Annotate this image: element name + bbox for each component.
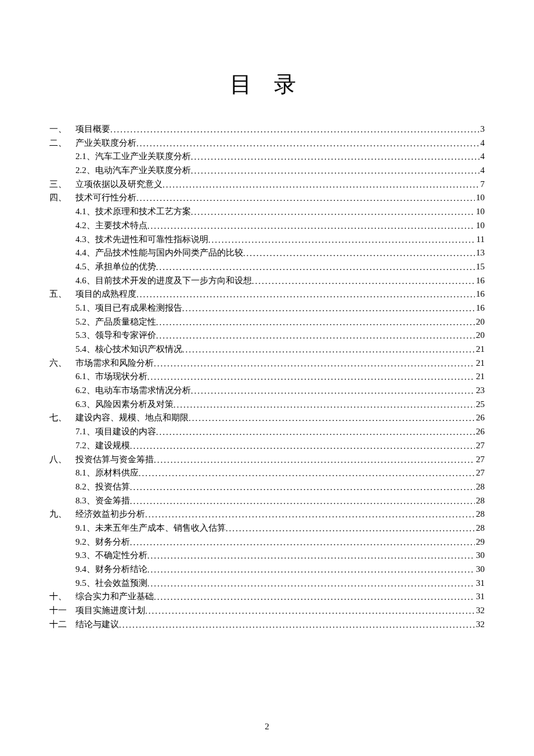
toc-page-number: 27 bbox=[475, 469, 485, 477]
toc-page-number: 20 bbox=[475, 331, 485, 340]
toc-entry-text: 市场需求和风险分析 bbox=[75, 359, 154, 368]
toc-entry-text: 4.3、技术先进性和可靠性指标说明 bbox=[75, 235, 208, 244]
toc-leader-dots bbox=[156, 318, 475, 327]
toc-entry: 七、建设内容、规模、地点和期限26 bbox=[49, 413, 485, 422]
toc-entry: 4.1、技术原理和技术工艺方案 10 bbox=[49, 207, 485, 216]
toc-page-number: 27 bbox=[475, 441, 485, 450]
toc-page-number: 21 bbox=[475, 345, 485, 354]
toc-leader-dots bbox=[154, 359, 475, 368]
toc-entry-text: 项目的成熟程度 bbox=[75, 290, 136, 298]
toc-leader-dots bbox=[147, 552, 475, 560]
toc-chapter-number: 十二 bbox=[49, 620, 75, 629]
toc-page-number: 16 bbox=[475, 304, 485, 312]
toc-page-number: 26 bbox=[475, 413, 485, 422]
toc-page-number: 30 bbox=[475, 551, 485, 560]
toc-entry: 8.3、资金筹措 28 bbox=[49, 496, 485, 505]
toc-leader-dots bbox=[119, 621, 475, 629]
toc-entry-text: 投资估算与资金筹措 bbox=[75, 455, 154, 464]
toc-leader-dots bbox=[243, 249, 475, 258]
toc-page-number: 25 bbox=[475, 400, 485, 409]
toc-entry: 9.5、社会效益预测 31 bbox=[49, 579, 485, 588]
toc-entry: 4.6、目前技术开发的进度及下一步方向和设想 16 bbox=[49, 276, 485, 285]
toc-chapter-number: 四、 bbox=[49, 193, 75, 202]
toc-chapter-number: 十一 bbox=[49, 606, 75, 615]
toc-entry-text: 2.1、汽车工业产业关联度分析 bbox=[75, 152, 191, 161]
toc-entry: 7.2、建设规模 27 bbox=[49, 441, 485, 450]
toc-entry-text: 4.4、产品技术性能与国内外同类产品的比较 bbox=[75, 249, 243, 257]
toc-page-number: 28 bbox=[475, 496, 485, 505]
toc-leader-dots bbox=[156, 332, 475, 340]
toc-entry-text: 9.4、财务分析结论 bbox=[75, 565, 147, 574]
toc-entry: 三、立项依据以及研究意义7 bbox=[49, 180, 485, 189]
toc-entry-text: 5.2、产品质量稳定性 bbox=[75, 318, 156, 326]
toc-entry: 9.2、财务分析 29 bbox=[49, 538, 485, 546]
toc-chapter-number: 六、 bbox=[49, 359, 75, 368]
toc-leader-dots bbox=[130, 538, 475, 547]
page-number: 2 bbox=[0, 722, 534, 732]
toc-entry: 八、投资估算与资金筹措27 bbox=[49, 455, 485, 464]
toc-chapter-number: 一、 bbox=[49, 125, 75, 134]
toc-entry: 6.1、市场现状分析 21 bbox=[49, 372, 485, 381]
toc-leader-dots bbox=[182, 345, 475, 354]
toc-entry: 2.1、汽车工业产业关联度分析4 bbox=[49, 152, 485, 161]
toc-chapter-number: 九、 bbox=[49, 510, 75, 519]
toc-entry-text: 9.1、未来五年生产成本、销售收入估算 bbox=[75, 524, 226, 532]
toc-page-number: 23 bbox=[475, 386, 485, 395]
toc-entry: 9.4、财务分析结论 30 bbox=[49, 565, 485, 574]
toc-entry-text: 8.1、原材料供应 bbox=[75, 469, 139, 477]
toc-entry: 4.5、承担单位的优势 15 bbox=[49, 262, 485, 271]
toc-entry-text: 技术可行性分析 bbox=[75, 193, 136, 202]
toc-entry: 2.2、电动汽车产业关联度分析4 bbox=[49, 166, 485, 175]
toc-leader-dots bbox=[189, 414, 475, 423]
toc-entry: 十、综合实力和产业基础31 bbox=[49, 592, 485, 601]
toc-page-number: 10 bbox=[475, 207, 485, 216]
toc-chapter-number: 八、 bbox=[49, 455, 75, 464]
toc-page-number: 16 bbox=[475, 276, 485, 285]
toc-entry: 8.1、原材料供应 27 bbox=[49, 469, 485, 477]
toc-leader-dots bbox=[208, 236, 475, 244]
toc-page-number: 21 bbox=[475, 372, 485, 381]
toc-page-number: 28 bbox=[475, 510, 485, 519]
toc-entry-text: 6.2、电动车市场需求情况分析 bbox=[75, 386, 191, 395]
toc-entry: 6.3、风险因素分析及对策 25 bbox=[49, 400, 485, 409]
toc-chapter-number: 五、 bbox=[49, 290, 75, 298]
toc-entry-text: 结论与建议 bbox=[75, 620, 119, 629]
toc-entry: 六、市场需求和风险分析21 bbox=[49, 359, 485, 368]
toc-leader-dots bbox=[154, 593, 475, 602]
toc-entry: 8.2、投资估算 28 bbox=[49, 483, 485, 491]
toc-leader-dots bbox=[130, 442, 475, 451]
toc-entry: 4.4、产品技术性能与国内外同类产品的比较 13 bbox=[49, 249, 485, 257]
toc-leader-dots bbox=[136, 194, 475, 203]
toc-page-number: 4 bbox=[479, 152, 485, 161]
toc-entry-text: 9.5、社会效益预测 bbox=[75, 579, 147, 588]
toc-leader-dots bbox=[191, 167, 479, 175]
toc-page-number: 29 bbox=[475, 538, 485, 546]
toc-page-number: 30 bbox=[475, 565, 485, 574]
toc-entry: 二、产业关联度分析4 bbox=[49, 139, 485, 147]
toc-entry: 9.3、不确定性分析 30 bbox=[49, 551, 485, 560]
toc-entry: 4.2、主要技术特点 10 bbox=[49, 221, 485, 230]
toc-page-number: 10 bbox=[475, 221, 485, 230]
toc-entry-text: 4.5、承担单位的优势 bbox=[75, 262, 156, 271]
toc-leader-dots bbox=[110, 125, 479, 134]
toc-leader-dots bbox=[226, 524, 475, 533]
toc-leader-dots bbox=[156, 428, 475, 437]
toc-entry-text: 产业关联度分析 bbox=[75, 139, 136, 147]
toc-entry-text: 6.1、市场现状分析 bbox=[75, 372, 147, 381]
toc-page-number: 26 bbox=[475, 427, 485, 436]
toc-entry-text: 综合实力和产业基础 bbox=[75, 592, 154, 601]
toc-leader-dots bbox=[136, 290, 475, 299]
toc-entry-text: 项目概要 bbox=[75, 125, 110, 134]
toc-entry-text: 4.6、目前技术开发的进度及下一步方向和设想 bbox=[75, 276, 252, 285]
toc-page-number: 31 bbox=[475, 579, 485, 588]
toc-entry-text: 建设内容、规模、地点和期限 bbox=[75, 413, 189, 422]
toc-page-number: 10 bbox=[475, 193, 485, 202]
toc-entry: 四、技术可行性分析10 bbox=[49, 193, 485, 202]
toc-entry: 5.2、产品质量稳定性 20 bbox=[49, 318, 485, 326]
toc-entry: 4.3、技术先进性和可靠性指标说明 11 bbox=[49, 235, 485, 244]
toc-entry-text: 4.1、技术原理和技术工艺方案 bbox=[75, 207, 191, 216]
toc-entry-text: 7.1、项目建设的内容 bbox=[75, 427, 156, 436]
toc-entry-text: 经济效益初步分析 bbox=[75, 510, 145, 519]
toc-leader-dots bbox=[147, 373, 475, 381]
toc-leader-dots bbox=[154, 456, 475, 465]
